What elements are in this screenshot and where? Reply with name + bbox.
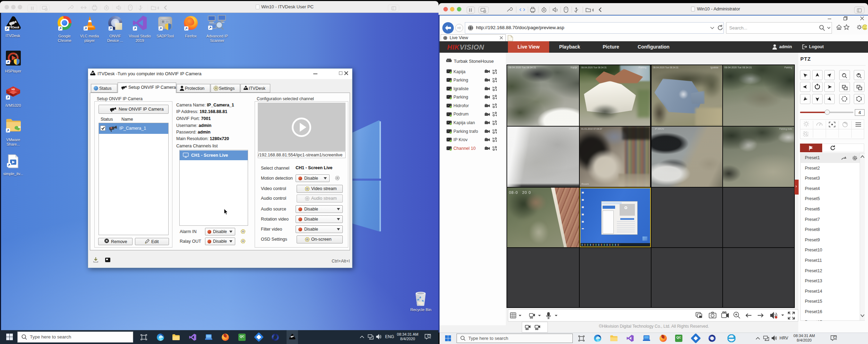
svg-text:ITVDesk: ITVDesk bbox=[8, 26, 20, 29]
svg-text:HS: HS bbox=[11, 88, 15, 91]
svg-text:1: 1 bbox=[834, 336, 836, 338]
svg-text:2: 2 bbox=[428, 335, 430, 337]
